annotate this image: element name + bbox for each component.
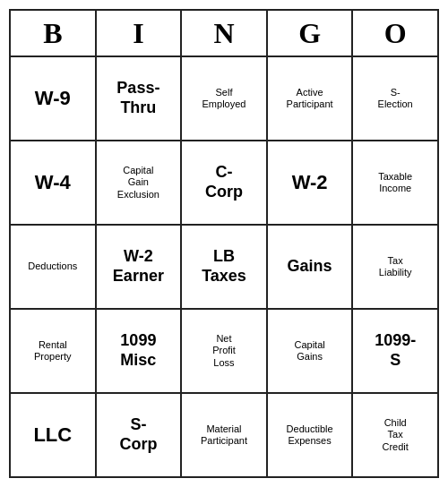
header-letter-O: O [353,11,437,56]
cell-text-4-2: MaterialParticipant [201,423,247,447]
bingo-cell-2-1: W-2Earner [97,226,183,308]
bingo-cell-3-2: NetProfitLoss [182,310,268,392]
cell-text-0-2: SelfEmployed [202,87,246,110]
bingo-row-1: W-4CapitalGainExclusionC-CorpW-2TaxableI… [11,141,437,226]
cell-text-1-2: C-Corp [205,163,243,201]
cell-text-3-3: CapitalGains [294,339,324,363]
cell-text-3-1: 1099Misc [120,331,156,370]
cell-text-4-0: LLC [33,423,72,447]
bingo-cell-1-4: TaxableIncome [353,141,437,224]
cell-text-3-2: NetProfitLoss [212,333,236,369]
bingo-grid: W-9Pass-ThruSelfEmployedActiveParticipan… [11,57,437,476]
bingo-cell-2-2: LBTaxes [182,226,268,308]
cell-text-2-0: Deductions [28,261,77,272]
cell-text-2-4: TaxLiability [379,255,412,278]
cell-text-4-3: DeductibleExpenses [287,423,333,447]
header-letter-B: B [11,11,97,56]
header-letter-G: G [268,11,354,56]
header-letter-N: N [182,11,268,56]
bingo-cell-3-1: 1099Misc [97,310,183,392]
cell-text-2-1: W-2Earner [113,247,164,286]
cell-text-4-1: S-Corp [119,415,157,454]
bingo-row-2: DeductionsW-2EarnerLBTaxesGainsTaxLiabil… [11,226,437,310]
bingo-cell-4-1: S-Corp [97,394,183,476]
bingo-cell-4-0: LLC [11,394,97,476]
cell-text-0-0: W-9 [35,87,71,110]
bingo-cell-2-0: Deductions [11,226,97,308]
bingo-cell-1-1: CapitalGainExclusion [97,141,183,224]
cell-text-2-3: Gains [288,257,332,277]
header-letter-I: I [97,11,183,56]
cell-text-1-3: W-2 [292,171,328,194]
bingo-cell-0-1: Pass-Thru [97,57,183,140]
bingo-cell-4-2: MaterialParticipant [182,394,268,476]
cell-text-0-4: S-Election [378,87,413,110]
cell-text-1-4: TaxableIncome [378,171,412,194]
bingo-cell-0-3: ActiveParticipant [268,57,354,140]
bingo-cell-4-4: ChildTaxCredit [353,394,437,476]
cell-text-0-3: ActiveParticipant [287,87,333,110]
cell-text-2-2: LBTaxes [202,247,246,286]
bingo-cell-4-3: DeductibleExpenses [268,394,354,476]
cell-text-3-0: RentalProperty [34,339,72,363]
bingo-header: BINGO [11,11,437,57]
bingo-cell-3-0: RentalProperty [11,310,97,392]
bingo-row-3: RentalProperty1099MiscNetProfitLossCapit… [11,310,437,394]
bingo-cell-0-0: W-9 [11,57,97,140]
cell-text-3-4: 1099-S [375,331,416,370]
bingo-cell-1-2: C-Corp [182,141,268,224]
bingo-cell-0-4: S-Election [353,57,437,140]
bingo-card: BINGO W-9Pass-ThruSelfEmployedActivePart… [9,9,439,478]
cell-text-1-1: CapitalGainExclusion [117,165,159,201]
cell-text-1-0: W-4 [35,171,71,194]
cell-text-0-1: Pass-Thru [116,79,159,117]
bingo-row-4: LLCS-CorpMaterialParticipantDeductibleEx… [11,394,437,476]
bingo-cell-1-0: W-4 [11,141,97,224]
bingo-cell-0-2: SelfEmployed [182,57,268,140]
bingo-cell-1-3: W-2 [268,141,354,224]
bingo-row-0: W-9Pass-ThruSelfEmployedActiveParticipan… [11,57,437,141]
cell-text-4-4: ChildTaxCredit [383,417,409,453]
bingo-cell-2-3: Gains [268,226,354,308]
bingo-cell-3-3: CapitalGains [268,310,354,392]
bingo-cell-2-4: TaxLiability [353,226,437,308]
bingo-cell-3-4: 1099-S [353,310,437,392]
